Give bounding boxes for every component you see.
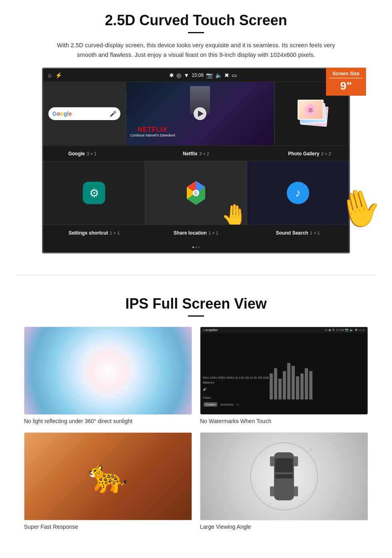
amp-sliders: 🖐	[270, 347, 365, 399]
feature-img-car: ↗	[200, 432, 368, 520]
device-container: Screen Size 9" ⌂ ⚡ ✱ ◎ ▼ 15:06 📷	[42, 68, 350, 253]
amp-bar-10	[309, 371, 312, 400]
feature-grid: No light reflecting under 360° direct su…	[24, 327, 368, 530]
google-app-label: Google	[68, 151, 85, 157]
netflix-app-cell[interactable]: NETFLIX Continue Marvel's Daredevil	[126, 82, 274, 146]
section2-underline	[188, 315, 204, 317]
app-grid-row2: ⚙ G 🤚	[43, 161, 349, 225]
settings-label-cell: Settings shortcut 1 × 1	[43, 227, 145, 238]
screen-badge: Screen Size 9"	[326, 68, 366, 96]
page: 2.5D Curved Touch Screen With 2.5D curve…	[0, 0, 392, 542]
wifi-icon: ▼	[184, 72, 189, 78]
camera-icon: 📷	[206, 72, 213, 78]
section2: IPS Full Screen View No light reflecting…	[0, 287, 392, 542]
amp-bars	[270, 347, 312, 399]
custom-btn[interactable]: Custom	[204, 402, 217, 407]
loudness-toggle[interactable]: ⬭	[236, 403, 239, 407]
photo-stack: 🌸	[296, 98, 328, 130]
badge-label: Screen Size	[329, 71, 363, 76]
status-bar: ⌂ ⚡ ✱ ◎ ▼ 15:06 📷 🔈 ✖ ▭	[43, 69, 349, 82]
car-circle: ↗	[250, 442, 318, 510]
amp-bar-3	[278, 379, 282, 399]
gallery-label-cell: Photo Gallery 2 × 2	[270, 148, 349, 159]
amp-bar-7	[296, 376, 299, 400]
hand-icon: 🤚	[221, 203, 247, 225]
google-maps-icon: G	[186, 181, 206, 205]
amp-footer: Custom loudness ⬭	[200, 401, 368, 408]
window-icon: ▭	[232, 72, 237, 78]
section1-description: With 2.5D curved-display screen, this de…	[56, 40, 336, 60]
gallery-app-size: 2 × 2	[321, 151, 331, 156]
amp-bar-8	[300, 373, 304, 399]
feature-item-sunlight: No light reflecting under 360° direct su…	[24, 327, 192, 424]
google-logo: Google	[52, 110, 72, 117]
section1-underline	[188, 32, 204, 33]
photo-item-3: 🌸	[298, 100, 324, 120]
section1-title: 2.5D Curved Touch Screen	[24, 12, 368, 29]
section1: 2.5D Curved Touch Screen With 2.5D curve…	[0, 0, 392, 263]
feature-img-amplifier: ⌂ Amplifier ▪▪ ◉ ▼ 17:33 📷 🔈 ✖ ▭ ↩ 60hz …	[200, 327, 368, 415]
volume-icon: 🔈	[215, 72, 222, 78]
clock: 15:06	[192, 72, 204, 78]
amp-statusbar: ⌂ Amplifier ▪▪ ◉ ▼ 17:33 📷 🔈 ✖ ▭ ↩	[200, 327, 368, 333]
amp-content: 60hz 100hz 200hz 500hz 1k 2.5k 10k 12.5k…	[200, 333, 368, 401]
badge-size: 9"	[329, 80, 363, 92]
close-icon: ✖	[224, 72, 229, 78]
label-row-1: Google 3 × 1 Netflix 3 × 2 Photo Gallery…	[43, 146, 349, 161]
play-button[interactable]	[194, 107, 206, 120]
share-label-cell: Share location 1 × 1	[145, 227, 247, 238]
feature-img-cheetah: 🐆	[24, 432, 192, 520]
feature-img-sky	[24, 327, 192, 415]
netflix-label-cell: Netflix 3 × 2	[122, 148, 270, 159]
cheetah-bg: 🐆	[24, 433, 192, 520]
netflix-subtitle: Continue Marvel's Daredevil	[130, 133, 175, 137]
section-divider	[16, 275, 376, 275]
home-icon[interactable]: ⌂	[48, 72, 51, 78]
music-note-icon: ♪	[295, 187, 301, 199]
google-search-bar[interactable]: Google 🎤	[48, 107, 120, 120]
google-app-cell[interactable]: Google 🎤	[43, 82, 126, 146]
cheetah-emoji: 🐆	[88, 458, 128, 495]
amp-labels: 60hz 100hz 200hz 500hz 1k 2.5k 10k 12.5k…	[203, 376, 269, 399]
device-screen: ⌂ ⚡ ✱ ◎ ▼ 15:06 📷 🔈 ✖ ▭	[42, 68, 350, 253]
feature-item-fast: 🐆 Super Fast Response	[24, 432, 192, 530]
music-icon-circle: ♪	[287, 182, 309, 204]
sun-glow	[78, 341, 138, 401]
status-bar-left: ⌂ ⚡	[48, 72, 62, 78]
settings-app-cell[interactable]: ⚙	[43, 161, 145, 225]
settings-app-size: 1 × 1	[110, 231, 120, 235]
location-icon: ◎	[176, 72, 181, 78]
svg-rect-12	[294, 486, 298, 496]
settings-icon-wrap: ⚙	[83, 182, 105, 204]
feature-caption-sunlight: No light reflecting under 360° direct su…	[24, 418, 192, 424]
feature-caption-angle: Large Viewing Angle	[200, 524, 368, 530]
section2-title: IPS Full Screen View	[24, 295, 368, 312]
svg-rect-11	[270, 486, 274, 496]
amp-bar-2	[274, 368, 277, 399]
share-app-label: Share location	[174, 230, 207, 236]
netflix-app-size: 3 × 2	[199, 151, 209, 156]
mic-icon[interactable]: 🎤	[110, 110, 116, 117]
status-bar-center: ✱ ◎ ▼ 15:06 📷 🔈 ✖ ▭	[169, 72, 237, 78]
sound-label-cell: Sound Search 1 × 1	[247, 227, 349, 238]
amp-bar-6	[292, 366, 295, 400]
share-app-size: 1 × 1	[208, 231, 218, 235]
feature-item-watermarks: ⌂ Amplifier ▪▪ ◉ ▼ 17:33 📷 🔈 ✖ ▭ ↩ 60hz …	[200, 327, 368, 424]
sound-app-label: Sound Search	[276, 230, 308, 236]
netflix-app-label: Netflix	[183, 151, 198, 157]
usb-icon: ⚡	[55, 72, 62, 78]
svg-text:G: G	[194, 191, 198, 195]
google-label-cell: Google 3 × 1	[43, 148, 122, 159]
pagination-dots: ● ○ ○	[43, 240, 349, 252]
amplifier-ui: ⌂ Amplifier ▪▪ ◉ ▼ 17:33 📷 🔈 ✖ ▭ ↩ 60hz …	[200, 327, 368, 414]
sound-search-cell[interactable]: ♪	[247, 161, 349, 225]
car-top-view	[268, 448, 300, 504]
amp-bar-9	[305, 368, 308, 399]
amp-bar-5	[287, 363, 290, 399]
bluetooth-icon: ✱	[169, 72, 174, 78]
feature-item-angle: ↗ Large Viewing Angle	[200, 432, 368, 530]
sound-app-size: 1 × 1	[310, 231, 320, 235]
netflix-label: NETFLIX Continue Marvel's Daredevil	[130, 126, 175, 137]
app-grid-row1: Google 🎤	[43, 82, 349, 146]
share-location-cell[interactable]: G 🤚	[145, 161, 247, 225]
